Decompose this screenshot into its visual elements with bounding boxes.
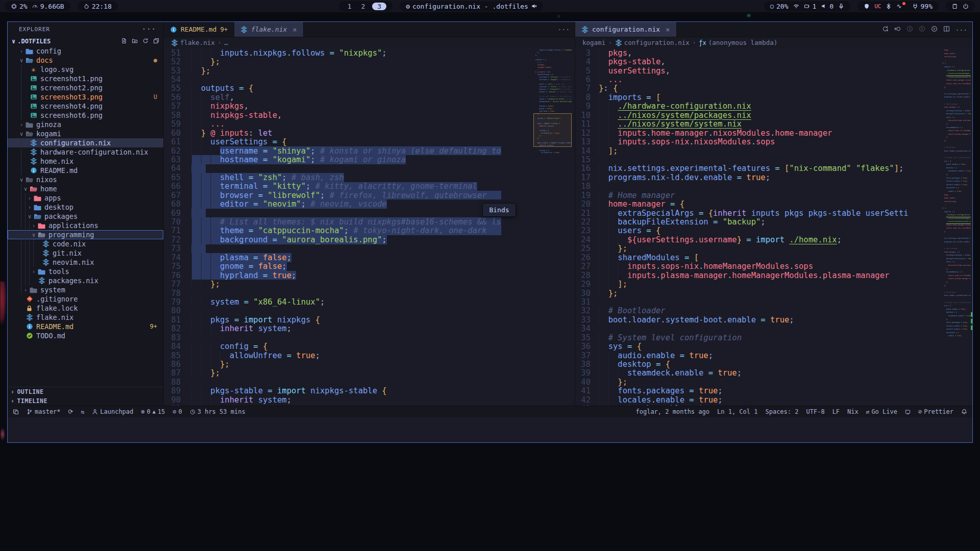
workspace-2[interactable]: 2 [358, 3, 368, 10]
collapse-all-button[interactable] [153, 38, 159, 45]
hardware-pill: ○20%10 [764, 1, 850, 11]
badge: U [154, 93, 157, 101]
tab-flake.nix[interactable]: flake.nix× [234, 22, 304, 37]
tree-item-neovim.nix[interactable]: neovim.nix [8, 258, 163, 267]
tree-item-screenshot1.png[interactable]: screenshot1.png [8, 74, 163, 83]
explorer-more-actions-icon[interactable]: ··· [142, 25, 156, 33]
tab-configuration.nix[interactable]: configuration.nix× [575, 22, 677, 37]
tree-item-.gitignore[interactable]: .gitignore [8, 294, 163, 304]
status-problems[interactable]: ⊗0▲15 [141, 408, 165, 415]
line-number: 13 [575, 137, 599, 146]
status-launchpad[interactable]: Launchpad [92, 408, 133, 415]
new-file-button[interactable] [121, 38, 127, 45]
more-button[interactable]: ··· [955, 24, 967, 34]
new-folder-button[interactable] [132, 38, 138, 45]
tree-item-screenshot3.png[interactable]: screenshot3.pngU [8, 92, 163, 102]
minimap[interactable]: pkgs, pkgs-stable, userSettings, ...}: {… [942, 49, 971, 341]
outline-section[interactable]: ›OUTLINE [8, 387, 163, 396]
power-item[interactable] [963, 3, 969, 9]
more-actions-button[interactable]: ··· [553, 22, 575, 37]
close-icon[interactable]: × [292, 26, 297, 34]
run-code-button[interactable] [931, 24, 938, 34]
tree-item-applications[interactable]: ›applications [8, 221, 163, 230]
tree-item-home.nix[interactable]: home.nix [8, 157, 163, 166]
tree-item-kogami[interactable]: ∨kogami [8, 129, 163, 138]
explorer-root-row[interactable]: ∨ .DOTFILES [8, 36, 163, 46]
tree-item-screenshot2.png[interactable]: screenshot2.png [8, 83, 163, 92]
tree-item-README.md[interactable]: README.md9+ [8, 322, 163, 331]
clipboard-item[interactable] [952, 3, 958, 9]
status-prettier[interactable]: ⊘Prettier [918, 408, 953, 415]
status-git-compare[interactable]: ⇆ [81, 409, 85, 415]
code-line-35: 35 # System level configuration [575, 333, 909, 342]
tree-item-label: kogami [36, 130, 61, 138]
tree-item-screenshot6.png[interactable]: screenshot6.png [8, 111, 163, 120]
tree-item-hardware-configuration.nix[interactable]: hardware-configuration.nix [8, 147, 163, 157]
slash-icon: ⊘ [173, 409, 176, 415]
code-line-63: 63 hostname = "kogami"; # kogami or gino… [164, 155, 501, 164]
tree-item-home[interactable]: ∨home [8, 184, 163, 193]
status-git-branch[interactable]: master* [27, 408, 61, 415]
editor-flake-nix[interactable]: 51 inputs.nixpkgs.follows = "nixpkgs";52… [164, 48, 575, 406]
breadcrumb-item[interactable]: … [224, 39, 228, 46]
folder-icon [38, 268, 45, 276]
tree-item-ginoza[interactable]: ›ginoza [8, 120, 163, 129]
status-go-live[interactable]: ⇄Go Live [866, 408, 897, 415]
tree-item-docs[interactable]: ∨docs● [8, 56, 163, 65]
tree-item-programming[interactable]: ∨programming [8, 230, 163, 239]
breadcrumb-item[interactable]: kogami [582, 39, 605, 46]
tree-item-apps[interactable]: ›apps [8, 193, 163, 203]
tree-item-screenshot4.png[interactable]: screenshot4.png [8, 102, 163, 111]
tree-item-tools[interactable]: ›tools [8, 267, 163, 276]
tree-item-TODO.md[interactable]: TODO.md [8, 331, 163, 340]
tree-item-configuration.nix[interactable]: configuration.nix [8, 138, 163, 147]
status-indentation[interactable]: Spaces: 2 [765, 408, 798, 415]
tree-item-config[interactable]: ›config [8, 46, 163, 56]
timeline-section[interactable]: ›TIMELINE [8, 396, 163, 406]
tab-README.md[interactable]: README.md9+ [164, 22, 234, 37]
editor-configuration-nix[interactable]: 3 pkgs,4 pkgs-stable,5 userSettings,6 ..… [575, 48, 972, 406]
tree-item-flake.lock[interactable]: flake.lock [8, 304, 163, 313]
tree-item-system[interactable]: ›system [8, 285, 163, 294]
status-remote-window[interactable] [13, 409, 19, 415]
line-number: 17 [575, 173, 599, 182]
tree-item-flake.nix[interactable]: flake.nix [8, 313, 163, 322]
tree-item-desktop[interactable]: ›desktop [8, 203, 163, 212]
breadcrumb-item[interactable]: configuration.nix [615, 39, 690, 46]
tree-item-git.nix[interactable]: git.nix [8, 248, 163, 258]
nav-forward-button[interactable] [919, 24, 925, 34]
status-issues-count[interactable]: ⊘0 [173, 408, 182, 415]
shield-item [864, 3, 870, 9]
status-git-blame[interactable]: foglar, 2 months ago [635, 408, 709, 415]
breadcrumb-item[interactable]: flake.nix [171, 39, 215, 46]
workspace-3[interactable]: 3 [372, 3, 386, 10]
folder-icon [34, 204, 41, 211]
close-icon[interactable]: × [666, 26, 670, 34]
tree-item-packages[interactable]: ∨packages [8, 212, 163, 221]
status-wakatime[interactable]: 3 hrs 53 mins [190, 408, 246, 415]
status-cursor-position[interactable]: Ln 1, Col 1 [717, 408, 757, 415]
status-eol[interactable]: LF [832, 408, 840, 415]
line-number: 19 [575, 191, 599, 200]
tree-item-README.md[interactable]: README.md [8, 166, 163, 175]
line-number: 29 [575, 280, 599, 289]
tree-item-logo.svg[interactable]: ✳logo.svg [8, 65, 163, 74]
tree-item-packages.nix[interactable]: packages.nix [8, 276, 163, 285]
code-line-75: 75 gnome = false; [164, 262, 501, 271]
status-notifications[interactable] [961, 409, 967, 415]
status-browser-preview[interactable] [905, 409, 911, 415]
tree-item-nixos[interactable]: ∨nixos [8, 175, 163, 184]
status-git-sync[interactable]: ⟳ [68, 409, 74, 415]
status-language-mode[interactable]: Nix [847, 408, 859, 415]
goto-previous-button[interactable] [894, 24, 901, 34]
tree-item-code.nix[interactable]: code.nix [8, 239, 163, 248]
refresh-button[interactable] [142, 38, 149, 45]
nav-back-button[interactable] [906, 24, 913, 34]
timeline-refresh-button[interactable] [882, 24, 889, 34]
binds-tooltip: Binds [482, 203, 516, 217]
status-encoding[interactable]: UTF-8 [806, 408, 825, 415]
breadcrumb-item[interactable]: ƒx(anonymous lambda) [699, 39, 777, 46]
code-line-36: 36 sys = { [575, 342, 909, 350]
workspace-1[interactable]: 1 [345, 3, 354, 10]
split-editor-button[interactable] [943, 24, 950, 34]
